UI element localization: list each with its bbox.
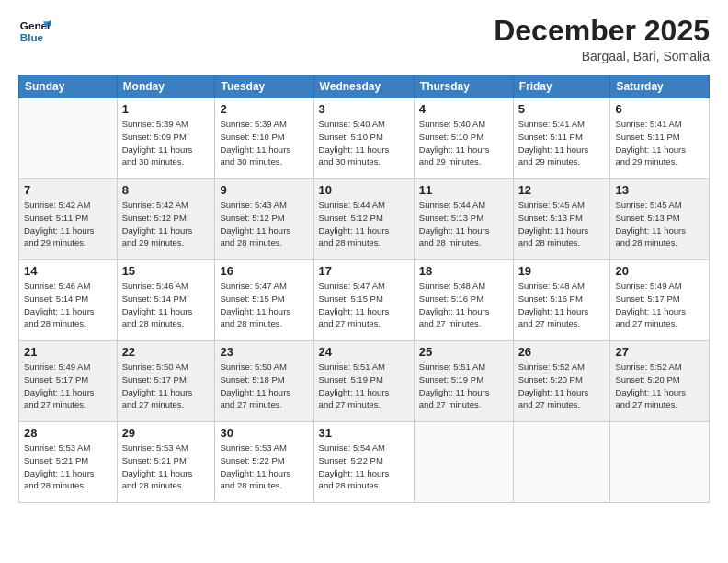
day-info: Sunrise: 5:52 AM Sunset: 5:20 PM Dayligh… <box>518 361 606 411</box>
header-thursday: Thursday <box>414 75 513 98</box>
table-row <box>610 422 710 503</box>
table-row: 5Sunrise: 5:41 AM Sunset: 5:11 PM Daylig… <box>513 98 610 179</box>
day-info: Sunrise: 5:51 AM Sunset: 5:19 PM Dayligh… <box>419 361 508 411</box>
day-number: 28 <box>24 426 112 440</box>
header-tuesday: Tuesday <box>215 75 313 98</box>
month-title: December 2025 <box>494 15 710 47</box>
table-row: 12Sunrise: 5:45 AM Sunset: 5:13 PM Dayli… <box>513 179 610 260</box>
table-row: 26Sunrise: 5:52 AM Sunset: 5:20 PM Dayli… <box>513 341 610 422</box>
calendar-week-row: 7Sunrise: 5:42 AM Sunset: 5:11 PM Daylig… <box>19 179 710 260</box>
table-row: 15Sunrise: 5:46 AM Sunset: 5:14 PM Dayli… <box>117 260 215 341</box>
day-number: 5 <box>518 102 606 116</box>
day-number: 30 <box>220 426 308 440</box>
location: Bargaal, Bari, Somalia <box>494 49 710 63</box>
table-row: 25Sunrise: 5:51 AM Sunset: 5:19 PM Dayli… <box>414 341 513 422</box>
table-row: 28Sunrise: 5:53 AM Sunset: 5:21 PM Dayli… <box>19 422 118 503</box>
table-row: 2Sunrise: 5:39 AM Sunset: 5:10 PM Daylig… <box>215 98 313 179</box>
day-info: Sunrise: 5:49 AM Sunset: 5:17 PM Dayligh… <box>24 361 112 411</box>
table-row: 7Sunrise: 5:42 AM Sunset: 5:11 PM Daylig… <box>19 179 118 260</box>
day-number: 24 <box>319 345 409 359</box>
header: General Blue December 2025 Bargaal, Bari… <box>18 15 710 63</box>
calendar-week-row: 1Sunrise: 5:39 AM Sunset: 5:09 PM Daylig… <box>19 98 710 179</box>
day-info: Sunrise: 5:44 AM Sunset: 5:13 PM Dayligh… <box>419 199 508 249</box>
table-row: 19Sunrise: 5:48 AM Sunset: 5:16 PM Dayli… <box>513 260 610 341</box>
header-friday: Friday <box>513 75 610 98</box>
header-sunday: Sunday <box>19 75 118 98</box>
header-wednesday: Wednesday <box>313 75 414 98</box>
day-number: 8 <box>122 183 210 197</box>
table-row: 10Sunrise: 5:44 AM Sunset: 5:12 PM Dayli… <box>313 179 414 260</box>
table-row: 20Sunrise: 5:49 AM Sunset: 5:17 PM Dayli… <box>610 260 710 341</box>
table-row: 17Sunrise: 5:47 AM Sunset: 5:15 PM Dayli… <box>313 260 414 341</box>
calendar-week-row: 14Sunrise: 5:46 AM Sunset: 5:14 PM Dayli… <box>19 260 710 341</box>
day-number: 19 <box>518 264 606 278</box>
table-row: 29Sunrise: 5:53 AM Sunset: 5:21 PM Dayli… <box>117 422 215 503</box>
day-number: 7 <box>24 183 112 197</box>
calendar: Sunday Monday Tuesday Wednesday Thursday… <box>18 75 710 503</box>
day-number: 16 <box>220 264 308 278</box>
day-info: Sunrise: 5:46 AM Sunset: 5:14 PM Dayligh… <box>24 280 112 330</box>
day-number: 6 <box>615 102 704 116</box>
calendar-header-row: Sunday Monday Tuesday Wednesday Thursday… <box>19 75 710 98</box>
day-info: Sunrise: 5:54 AM Sunset: 5:22 PM Dayligh… <box>319 442 409 492</box>
day-number: 14 <box>24 264 112 278</box>
table-row: 6Sunrise: 5:41 AM Sunset: 5:11 PM Daylig… <box>610 98 710 179</box>
table-row: 27Sunrise: 5:52 AM Sunset: 5:20 PM Dayli… <box>610 341 710 422</box>
day-number: 18 <box>419 264 508 278</box>
day-info: Sunrise: 5:42 AM Sunset: 5:12 PM Dayligh… <box>122 199 210 249</box>
day-info: Sunrise: 5:49 AM Sunset: 5:17 PM Dayligh… <box>615 280 704 330</box>
day-info: Sunrise: 5:52 AM Sunset: 5:20 PM Dayligh… <box>615 361 704 411</box>
table-row: 8Sunrise: 5:42 AM Sunset: 5:12 PM Daylig… <box>117 179 215 260</box>
table-row <box>414 422 513 503</box>
day-info: Sunrise: 5:53 AM Sunset: 5:21 PM Dayligh… <box>122 442 210 492</box>
title-block: December 2025 Bargaal, Bari, Somalia <box>494 15 710 63</box>
day-number: 11 <box>419 183 508 197</box>
day-info: Sunrise: 5:44 AM Sunset: 5:12 PM Dayligh… <box>319 199 409 249</box>
day-info: Sunrise: 5:45 AM Sunset: 5:13 PM Dayligh… <box>615 199 704 249</box>
table-row: 23Sunrise: 5:50 AM Sunset: 5:18 PM Dayli… <box>215 341 313 422</box>
day-info: Sunrise: 5:39 AM Sunset: 5:10 PM Dayligh… <box>220 118 308 168</box>
table-row <box>513 422 610 503</box>
table-row: 1Sunrise: 5:39 AM Sunset: 5:09 PM Daylig… <box>117 98 215 179</box>
day-number: 10 <box>319 183 409 197</box>
day-number: 17 <box>319 264 409 278</box>
day-number: 4 <box>419 102 508 116</box>
day-info: Sunrise: 5:42 AM Sunset: 5:11 PM Dayligh… <box>24 199 112 249</box>
day-info: Sunrise: 5:50 AM Sunset: 5:18 PM Dayligh… <box>220 361 308 411</box>
logo: General Blue <box>18 15 51 48</box>
day-info: Sunrise: 5:40 AM Sunset: 5:10 PM Dayligh… <box>319 118 409 168</box>
header-monday: Monday <box>117 75 215 98</box>
table-row: 14Sunrise: 5:46 AM Sunset: 5:14 PM Dayli… <box>19 260 118 341</box>
day-info: Sunrise: 5:40 AM Sunset: 5:10 PM Dayligh… <box>419 118 508 168</box>
day-number: 23 <box>220 345 308 359</box>
day-number: 21 <box>24 345 112 359</box>
day-info: Sunrise: 5:48 AM Sunset: 5:16 PM Dayligh… <box>419 280 508 330</box>
table-row: 18Sunrise: 5:48 AM Sunset: 5:16 PM Dayli… <box>414 260 513 341</box>
day-number: 31 <box>319 426 409 440</box>
day-info: Sunrise: 5:46 AM Sunset: 5:14 PM Dayligh… <box>122 280 210 330</box>
page: General Blue December 2025 Bargaal, Bari… <box>0 0 728 563</box>
day-info: Sunrise: 5:53 AM Sunset: 5:22 PM Dayligh… <box>220 442 308 492</box>
day-info: Sunrise: 5:41 AM Sunset: 5:11 PM Dayligh… <box>518 118 606 168</box>
logo-icon: General Blue <box>18 15 51 48</box>
table-row: 11Sunrise: 5:44 AM Sunset: 5:13 PM Dayli… <box>414 179 513 260</box>
day-number: 25 <box>419 345 508 359</box>
day-number: 15 <box>122 264 210 278</box>
table-row: 16Sunrise: 5:47 AM Sunset: 5:15 PM Dayli… <box>215 260 313 341</box>
table-row: 21Sunrise: 5:49 AM Sunset: 5:17 PM Dayli… <box>19 341 118 422</box>
calendar-week-row: 21Sunrise: 5:49 AM Sunset: 5:17 PM Dayli… <box>19 341 710 422</box>
table-row <box>19 98 118 179</box>
table-row: 13Sunrise: 5:45 AM Sunset: 5:13 PM Dayli… <box>610 179 710 260</box>
day-number: 9 <box>220 183 308 197</box>
svg-text:Blue: Blue <box>20 31 44 43</box>
table-row: 9Sunrise: 5:43 AM Sunset: 5:12 PM Daylig… <box>215 179 313 260</box>
calendar-week-row: 28Sunrise: 5:53 AM Sunset: 5:21 PM Dayli… <box>19 422 710 503</box>
day-info: Sunrise: 5:41 AM Sunset: 5:11 PM Dayligh… <box>615 118 704 168</box>
header-saturday: Saturday <box>610 75 710 98</box>
table-row: 3Sunrise: 5:40 AM Sunset: 5:10 PM Daylig… <box>313 98 414 179</box>
table-row: 30Sunrise: 5:53 AM Sunset: 5:22 PM Dayli… <box>215 422 313 503</box>
day-number: 27 <box>615 345 704 359</box>
day-info: Sunrise: 5:51 AM Sunset: 5:19 PM Dayligh… <box>319 361 409 411</box>
day-number: 13 <box>615 183 704 197</box>
day-info: Sunrise: 5:45 AM Sunset: 5:13 PM Dayligh… <box>518 199 606 249</box>
